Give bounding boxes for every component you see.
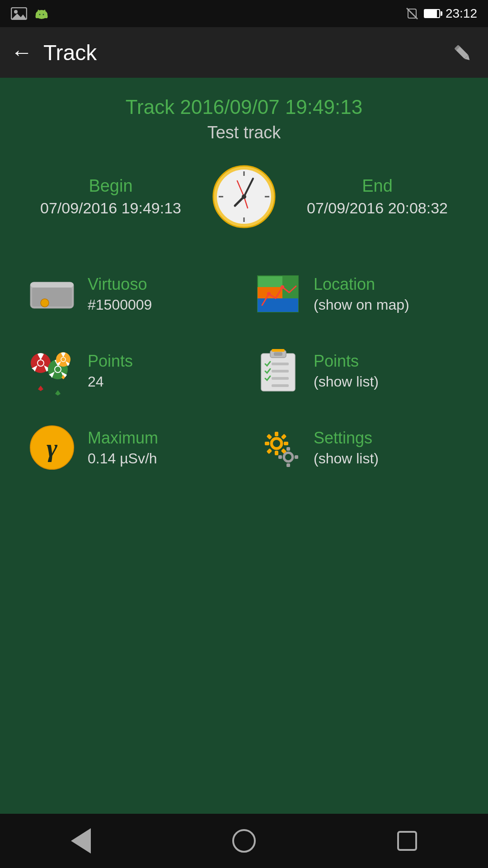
virtuoso-text: Virtuoso #1500009 <box>88 275 152 313</box>
android-icon <box>34 6 49 21</box>
begin-block: Begin 07/09/2016 19:49:13 <box>18 176 203 217</box>
svg-rect-42 <box>274 352 282 356</box>
nav-recents-button[interactable] <box>397 831 417 851</box>
svg-text:γ: γ <box>47 433 58 462</box>
main-content: Track 2016/09/07 19:49:13 Test track Beg… <box>0 78 488 814</box>
svg-point-9 <box>39 14 41 15</box>
svg-rect-54 <box>265 442 269 445</box>
virtuoso-value: #1500009 <box>88 297 152 313</box>
location-item[interactable]: Location (show on map) <box>244 255 470 332</box>
points-list-value: (show list) <box>314 373 379 390</box>
svg-rect-44 <box>272 363 289 365</box>
nav-home-button[interactable] <box>232 829 256 853</box>
svg-rect-63 <box>286 463 290 467</box>
status-bar: 23:12 <box>0 0 488 27</box>
svg-line-8 <box>44 10 45 14</box>
back-button[interactable]: ← <box>11 42 33 63</box>
settings-value: (show list) <box>314 450 379 467</box>
end-value: 07/09/2016 20:08:32 <box>285 199 470 217</box>
end-block: End 07/09/2016 20:08:32 <box>285 176 470 217</box>
clock-icon <box>212 165 276 228</box>
end-label: End <box>285 176 470 196</box>
svg-rect-47 <box>272 384 289 387</box>
svg-rect-57 <box>281 434 287 440</box>
time-section: Begin 07/09/2016 19:49:13 <box>18 165 470 228</box>
begin-value: 07/09/2016 19:49:13 <box>18 199 203 217</box>
svg-rect-65 <box>295 455 298 459</box>
points-count-text: Points 24 <box>88 352 133 390</box>
nav-back-button[interactable] <box>71 828 91 854</box>
virtuoso-item[interactable]: Virtuoso #1500009 <box>18 255 244 332</box>
svg-point-30 <box>41 299 49 307</box>
svg-point-39 <box>61 357 66 362</box>
points-count-value: 24 <box>88 373 133 390</box>
settings-label: Settings <box>314 429 379 448</box>
svg-point-61 <box>285 454 291 460</box>
svg-line-7 <box>38 10 39 14</box>
picture-icon <box>11 7 27 20</box>
svg-rect-64 <box>278 455 282 459</box>
status-time: 23:12 <box>446 6 477 21</box>
points-list-label: Points <box>314 352 379 371</box>
svg-rect-53 <box>275 451 278 455</box>
status-bar-right: 23:12 <box>406 6 477 21</box>
location-value: (show on map) <box>314 297 409 313</box>
settings-text: Settings (show list) <box>314 429 379 467</box>
maximum-item[interactable]: γ Maximum 0.14 µSv/h <box>18 409 244 486</box>
svg-rect-6 <box>45 14 47 18</box>
begin-label: Begin <box>18 176 203 196</box>
svg-point-1 <box>14 10 18 14</box>
svg-rect-56 <box>267 434 272 440</box>
points-list-item[interactable]: Points (show list) <box>244 332 470 409</box>
map-icon <box>253 269 303 319</box>
svg-rect-58 <box>267 448 272 454</box>
items-grid: Virtuoso #1500009 <box>18 255 470 486</box>
svg-rect-55 <box>284 442 288 445</box>
svg-point-37 <box>55 366 61 373</box>
points-list-text: Points (show list) <box>314 352 379 390</box>
clipboard-icon <box>253 346 303 396</box>
battery-icon <box>424 9 440 18</box>
gears-icon <box>253 423 303 472</box>
svg-rect-28 <box>30 282 74 288</box>
svg-rect-5 <box>36 14 38 18</box>
points-count-label: Points <box>88 352 133 371</box>
svg-rect-46 <box>272 377 289 380</box>
location-label: Location <box>314 275 409 294</box>
svg-rect-52 <box>275 432 278 436</box>
svg-rect-43 <box>272 349 285 352</box>
edit-icon[interactable] <box>452 40 477 65</box>
points-count-item[interactable]: Points 24 <box>18 332 244 409</box>
location-text: Location (show on map) <box>314 275 409 313</box>
svg-rect-62 <box>286 447 290 451</box>
pins-icon <box>27 346 77 396</box>
track-title: Track 2016/09/07 19:49:13 <box>126 96 362 118</box>
maximum-value: 0.14 µSv/h <box>88 450 158 467</box>
svg-point-10 <box>43 14 44 15</box>
device-icon <box>27 269 77 319</box>
gamma-icon: γ <box>27 423 77 472</box>
svg-point-26 <box>242 194 246 199</box>
virtuoso-label: Virtuoso <box>88 275 152 294</box>
maximum-text: Maximum 0.14 µSv/h <box>88 429 158 467</box>
app-bar: ← Track <box>0 27 488 78</box>
svg-point-33 <box>281 285 284 289</box>
svg-point-32 <box>267 292 271 296</box>
settings-item[interactable]: Settings (show list) <box>244 409 470 486</box>
svg-marker-2 <box>11 14 27 19</box>
page-title: Track <box>43 40 452 65</box>
bottom-nav <box>0 814 488 868</box>
no-sim-icon <box>406 7 418 20</box>
status-bar-left <box>11 6 49 21</box>
track-subtitle: Test track <box>207 123 281 142</box>
svg-point-51 <box>273 440 280 447</box>
svg-point-35 <box>38 360 44 366</box>
svg-rect-29 <box>32 288 72 307</box>
svg-rect-45 <box>272 370 289 373</box>
maximum-label: Maximum <box>88 429 158 448</box>
